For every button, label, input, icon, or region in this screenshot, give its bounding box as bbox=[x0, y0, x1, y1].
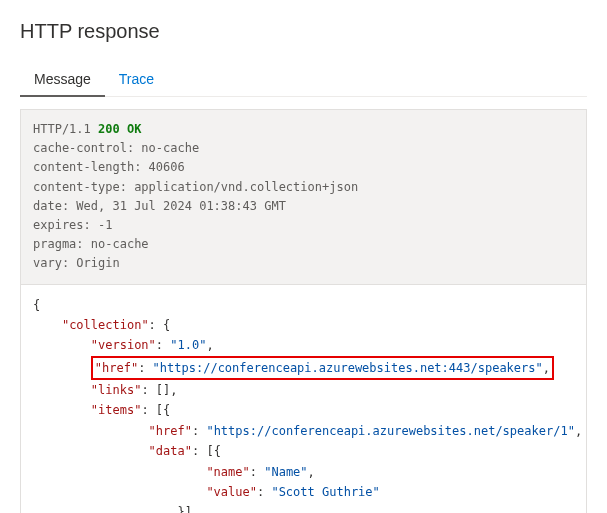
status-text: OK bbox=[127, 122, 141, 136]
response-headers: HTTP/1.1 200 OK cache-control: no-cache … bbox=[20, 109, 587, 285]
header-line: expires: -1 bbox=[33, 218, 112, 232]
tabs: Message Trace bbox=[20, 63, 587, 97]
json-line: "name": "Name", bbox=[33, 462, 574, 482]
header-line: date: Wed, 31 Jul 2024 01:38:43 GMT bbox=[33, 199, 286, 213]
page-title: HTTP response bbox=[20, 20, 587, 43]
json-line: "href": "https://conferenceapi.azurewebs… bbox=[33, 356, 574, 380]
message-pane: HTTP/1.1 200 OK cache-control: no-cache … bbox=[20, 109, 587, 513]
json-line: "items": [{ bbox=[33, 400, 574, 420]
tab-message[interactable]: Message bbox=[20, 63, 105, 97]
highlight: "href": "https://conferenceapi.azurewebs… bbox=[91, 356, 554, 380]
json-line: "href": "https://conferenceapi.azurewebs… bbox=[33, 421, 574, 441]
status-protocol: HTTP/1.1 bbox=[33, 122, 91, 136]
json-line: { bbox=[33, 295, 574, 315]
json-line: "data": [{ bbox=[33, 441, 574, 461]
json-line: "value": "Scott Guthrie" bbox=[33, 482, 574, 502]
json-line: "version": "1.0", bbox=[33, 335, 574, 355]
header-line: vary: Origin bbox=[33, 256, 120, 270]
json-line: "collection": { bbox=[33, 315, 574, 335]
tab-trace[interactable]: Trace bbox=[105, 63, 168, 97]
header-line: content-length: 40606 bbox=[33, 160, 185, 174]
json-line: }], bbox=[33, 502, 574, 513]
header-line: pragma: no-cache bbox=[33, 237, 149, 251]
json-line: "links": [], bbox=[33, 380, 574, 400]
response-body: { "collection": { "version": "1.0", "hre… bbox=[20, 285, 587, 514]
status-code: 200 bbox=[98, 122, 120, 136]
header-line: cache-control: no-cache bbox=[33, 141, 199, 155]
header-line: content-type: application/vnd.collection… bbox=[33, 180, 358, 194]
